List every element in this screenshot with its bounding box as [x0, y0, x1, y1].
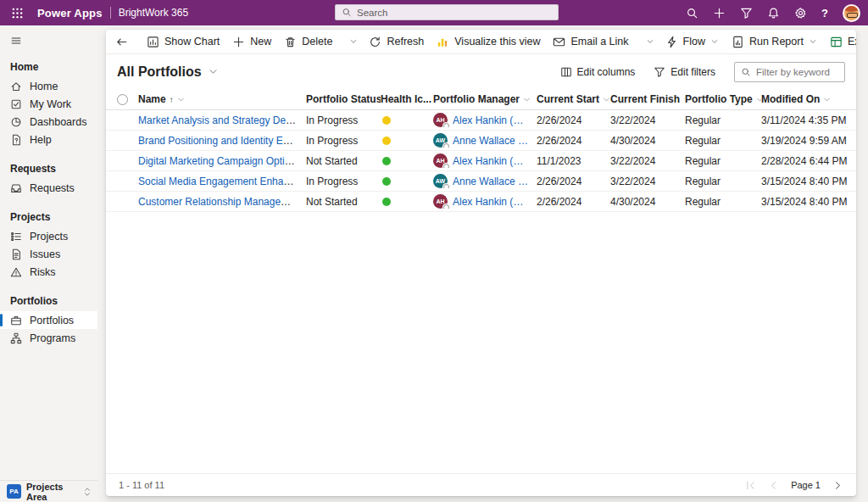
- chevron-down-icon: [177, 96, 185, 103]
- select-all-checkbox[interactable]: [117, 94, 128, 105]
- manager-link[interactable]: Alex Hankin (Offline): [453, 114, 528, 126]
- column-header-modified-on[interactable]: Modified On: [761, 93, 856, 105]
- table-row[interactable]: Market Analysis and Strategy Development…: [106, 110, 856, 131]
- back-button[interactable]: [109, 31, 134, 52]
- offline-presence-badge: [443, 123, 449, 127]
- column-header-name[interactable]: Name ↑: [138, 93, 306, 105]
- edit-filters-button[interactable]: Edit filters: [654, 66, 715, 78]
- account-avatar[interactable]: [843, 4, 860, 22]
- filter-icon[interactable]: [740, 7, 753, 20]
- sidebar-item-requests[interactable]: Requests: [0, 179, 97, 197]
- new-button[interactable]: New: [226, 31, 277, 52]
- main-area: Show Chart New Delete: [97, 25, 868, 502]
- column-header-portfolio-status[interactable]: Portfolio Status: [306, 93, 381, 105]
- notifications-icon[interactable]: [767, 7, 780, 20]
- column-header-current-start[interactable]: Current Start: [537, 93, 610, 105]
- portfolio-name-link[interactable]: Customer Relationship Management Strateg…: [138, 196, 306, 208]
- current-start-cell: 2/26/2024: [537, 135, 610, 147]
- run-report-button[interactable]: Run Report: [726, 31, 823, 52]
- area-badge: PA: [7, 484, 21, 499]
- portfolio-name-link[interactable]: Social Media Engagement Enhancement: [138, 176, 306, 187]
- waffle-menu-button[interactable]: [4, 0, 30, 25]
- add-icon[interactable]: [713, 7, 726, 20]
- record-count: 1 - 11 of 11: [119, 480, 164, 490]
- programs-icon: [10, 332, 22, 344]
- delete-button[interactable]: Delete: [278, 31, 338, 52]
- chevron-down-icon: [209, 67, 218, 76]
- manager-cell: AHAlex Hankin (Offline): [433, 153, 537, 168]
- table-row[interactable]: Social Media Engagement EnhancementIn Pr…: [106, 171, 856, 192]
- table-row[interactable]: Digital Marketing Campaign OptimizationN…: [106, 151, 856, 171]
- search-input[interactable]: [357, 8, 552, 18]
- page-title: All Portfolios: [117, 64, 202, 80]
- environment-name[interactable]: BrightWork 365: [119, 7, 188, 19]
- column-header-portfolio-type[interactable]: Portfolio Type: [685, 93, 761, 105]
- delete-more-button[interactable]: [345, 31, 362, 52]
- help-icon[interactable]: ?: [821, 8, 828, 19]
- manager-avatar: AH: [433, 153, 448, 168]
- manager-link[interactable]: Alex Hankin (Offline): [453, 155, 528, 167]
- next-page-icon[interactable]: [832, 480, 843, 491]
- dashboards-icon: [10, 116, 22, 128]
- view-selector[interactable]: All Portfolios: [117, 64, 218, 80]
- current-start-cell: 2/26/2024: [537, 196, 610, 208]
- app-name[interactable]: Power Apps: [37, 7, 103, 20]
- excel-templates-button[interactable]: Excel Templates: [824, 31, 856, 52]
- previous-page-icon[interactable]: [768, 480, 779, 491]
- current-start-cell: 2/26/2024: [537, 176, 610, 187]
- requests-icon: [10, 182, 22, 194]
- manager-link[interactable]: Anne Wallace (Offline): [453, 176, 528, 187]
- sidebar-item-help[interactable]: Help: [0, 131, 97, 148]
- table-body: Market Analysis and Strategy Development…: [106, 110, 856, 212]
- show-chart-button[interactable]: Show Chart: [141, 31, 225, 52]
- table-row[interactable]: Brand Positioning and Identity Enhanceme…: [106, 131, 856, 151]
- sidebar-item-programs[interactable]: Programs: [0, 329, 97, 347]
- modified-on-cell: 3/19/2024 9:59 AM: [761, 135, 856, 147]
- portfolio-name-link[interactable]: Brand Positioning and Identity Enhanceme…: [138, 135, 306, 147]
- manager-cell: AWAnne Wallace (Offline): [433, 174, 537, 188]
- first-page-icon[interactable]: [745, 480, 756, 491]
- table-row[interactable]: Customer Relationship Management Strateg…: [106, 192, 856, 212]
- column-header-portfolio-manager[interactable]: Portfolio Manager: [433, 93, 537, 105]
- chevron-down-icon: [603, 96, 610, 103]
- sidebar-item-risks[interactable]: Risks: [0, 263, 97, 281]
- portfolio-name-link[interactable]: Market Analysis and Strategy Development: [138, 114, 306, 126]
- flow-button[interactable]: Flow: [659, 31, 725, 52]
- offline-presence-badge: [443, 143, 449, 148]
- column-header-health-icon[interactable]: Health Ic...: [381, 93, 433, 105]
- manager-cell: AWAnne Wallace (Offline): [433, 133, 537, 148]
- manager-link[interactable]: Alex Hankin (Offline): [453, 196, 528, 208]
- column-header-current-finish[interactable]: Current Finish: [610, 93, 685, 105]
- topbar-search[interactable]: [335, 4, 559, 20]
- sidebar-item-portfolios[interactable]: Portfolios: [0, 311, 97, 329]
- sidebar-item-my-work[interactable]: My Work: [0, 95, 97, 113]
- current-finish-cell: 4/30/2024: [610, 196, 685, 208]
- name-cell: Social Media Engagement Enhancement: [138, 176, 306, 187]
- sidebar-item-label: Help: [30, 134, 52, 146]
- flow-icon: [665, 36, 678, 48]
- portfolio-name-link[interactable]: Digital Marketing Campaign Optimization: [138, 155, 306, 167]
- health-icon: [382, 116, 391, 125]
- edit-columns-button[interactable]: Edit columns: [560, 66, 636, 78]
- search-icon[interactable]: [686, 7, 698, 20]
- sidebar-item-home[interactable]: Home: [0, 77, 97, 95]
- email-more-button[interactable]: [642, 31, 659, 52]
- email-link-button[interactable]: Email a Link: [547, 31, 634, 52]
- sidebar-item-issues[interactable]: Issues: [0, 245, 97, 263]
- sidebar-item-projects[interactable]: Projects: [0, 227, 97, 245]
- filter-keyword-box[interactable]: [734, 62, 845, 82]
- health-icon: [382, 157, 391, 165]
- sitemap-toggle-button[interactable]: [0, 25, 97, 47]
- manager-link[interactable]: Anne Wallace (Offline): [453, 135, 528, 147]
- column-label: Health Ic...: [381, 93, 431, 105]
- group-label: Requests: [0, 159, 97, 179]
- home-icon: [10, 81, 22, 92]
- settings-icon[interactable]: [794, 7, 807, 20]
- chevron-down-icon: [823, 96, 831, 103]
- filter-keyword-input[interactable]: [756, 67, 838, 77]
- refresh-button[interactable]: Refresh: [363, 31, 430, 52]
- visualize-view-button[interactable]: Visualize this view: [431, 31, 546, 52]
- area-switcher[interactable]: PA Projects Area: [0, 480, 97, 502]
- sidebar-item-dashboards[interactable]: Dashboards: [0, 113, 97, 131]
- sidebar-nav: Home Home My Work Dashboards: [0, 47, 97, 480]
